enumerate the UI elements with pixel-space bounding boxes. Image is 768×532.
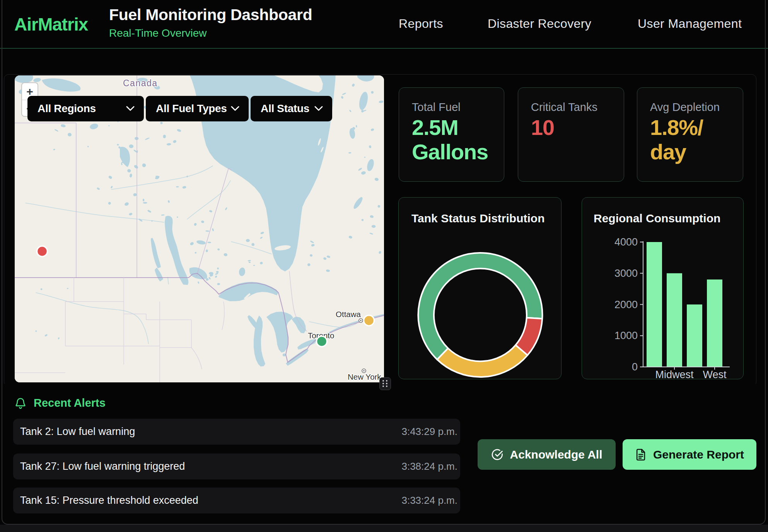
- map-basemap: CanadaOttawaTorontoNew York: [15, 75, 384, 382]
- bar-chart-ytick: 0: [632, 361, 638, 373]
- alert-message: Tank 27: Low fuel warning triggered: [20, 460, 401, 472]
- stat-label: Avg Depletion: [650, 101, 733, 114]
- chevron-down-icon: [126, 106, 135, 111]
- alert-message: Tank 2: Low fuel warning: [20, 426, 401, 438]
- alert-row[interactable]: Tank 15: Pressure threshold exceeded 3:3…: [13, 488, 460, 513]
- bar-chart-ytick: 4000: [614, 236, 638, 248]
- alert-message: Tank 15: Pressure threshold exceeded: [20, 494, 401, 506]
- page-subtitle: Real-Time Overview: [109, 27, 207, 39]
- tank-marker-normal[interactable]: [317, 336, 327, 347]
- nav-disaster-recovery[interactable]: Disaster Recovery: [488, 17, 591, 31]
- panel-resize-grip[interactable]: [379, 377, 391, 390]
- bar-chart-ytick: 2000: [614, 299, 638, 310]
- fuel-monitoring-app: AirMatrix Fuel Monitoring Dashboard Real…: [0, 0, 768, 532]
- header: AirMatrix Fuel Monitoring Dashboard Real…: [0, 0, 768, 49]
- alert-row[interactable]: Tank 27: Low fuel warning triggered 3:38…: [13, 454, 460, 479]
- region-filter-value: All Regions: [38, 102, 126, 115]
- tank-status-distribution-card: Tank Status Distribution: [398, 197, 561, 379]
- alert-time: 3:33:24 p.m.: [401, 494, 457, 506]
- bar-chart-xtick: West: [703, 369, 727, 379]
- status-filter-value: All Status: [261, 102, 314, 115]
- tank-marker-critical[interactable]: [37, 246, 48, 257]
- stat-value: 2.5M Gallons: [412, 115, 494, 164]
- brand-logo: AirMatrix: [14, 14, 88, 35]
- stat-card-critical-tanks: Critical Tanks 10: [518, 87, 624, 182]
- acknowledge-all-button[interactable]: Acknowledge All: [478, 439, 616, 470]
- bar-series-2: [687, 305, 702, 367]
- nav-user-management[interactable]: User Management: [638, 17, 742, 31]
- map-label-ottawa: Ottawa: [336, 310, 361, 319]
- bar-chart-xtick: Midwest: [655, 369, 694, 379]
- alert-time: 3:38:24 p.m.: [401, 460, 457, 472]
- recent-alerts-section: Recent Alerts Tank 2: Low fuel warning 3…: [0, 384, 768, 525]
- tank-marker-warning[interactable]: [364, 315, 374, 326]
- alert-time: 3:43:29 p.m.: [401, 426, 457, 438]
- regional-consumption-bar-chart: 01000200030004000MidwestWest: [582, 198, 743, 379]
- tank-status-donut-chart: [399, 198, 561, 379]
- alerts-header: Recent Alerts: [15, 397, 106, 409]
- stat-label: Total Fuel: [412, 101, 494, 114]
- nav-reports[interactable]: Reports: [399, 17, 443, 31]
- region-filter-dropdown[interactable]: All Regions: [27, 96, 144, 121]
- map-filters: All Regions All Fuel Types All Status: [27, 96, 332, 121]
- chevron-down-icon: [314, 106, 323, 111]
- alert-row[interactable]: Tank 2: Low fuel warning 3:43:29 p.m.: [13, 419, 460, 445]
- grip-dots-icon: [380, 378, 390, 389]
- stat-label: Critical Tanks: [531, 101, 614, 114]
- chevron-down-icon: [231, 106, 239, 111]
- fuel-type-filter-dropdown[interactable]: All Fuel Types: [146, 96, 249, 121]
- stat-value: 1.8%/ day: [650, 115, 733, 164]
- stat-card-avg-depletion: Avg Depletion 1.8%/ day: [637, 87, 743, 182]
- regional-consumption-card: Regional Consumption 01000200030004000Mi…: [582, 197, 744, 379]
- bar-Midwest: [667, 273, 682, 367]
- map-label-canada: Canada: [123, 78, 158, 88]
- generate-report-label: Generate Report: [653, 448, 744, 461]
- map-panel[interactable]: CanadaOttawaTorontoNew York + − All Regi…: [15, 75, 384, 382]
- window-bottom-strip: [0, 525, 768, 532]
- stat-card-total-fuel: Total Fuel 2.5M Gallons: [399, 87, 504, 182]
- bar-West: [707, 280, 722, 367]
- recent-alerts-heading: Recent Alerts: [34, 397, 106, 409]
- acknowledge-all-label: Acknowledge All: [510, 448, 602, 461]
- bell-icon: [15, 397, 26, 409]
- bar-chart-ytick: 3000: [614, 268, 638, 279]
- donut-segment-warning: [437, 345, 528, 377]
- bar-chart-ytick: 1000: [614, 330, 638, 341]
- file-text-icon: [635, 448, 647, 461]
- page-title: Fuel Monitoring Dashboard: [109, 6, 312, 24]
- stat-value: 10: [531, 115, 614, 140]
- check-circle-icon: [491, 448, 503, 461]
- status-filter-dropdown[interactable]: All Status: [251, 96, 332, 121]
- generate-report-button[interactable]: Generate Report: [623, 439, 756, 470]
- fuel-type-filter-value: All Fuel Types: [156, 102, 231, 115]
- map-label-new-york: New York: [348, 372, 381, 381]
- bar-series-0: [647, 242, 662, 367]
